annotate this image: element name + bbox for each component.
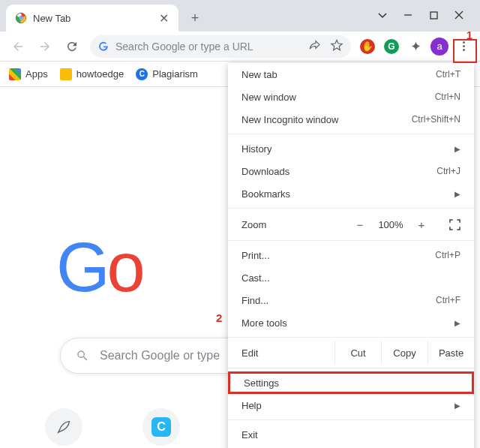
svg-rect-6	[430, 12, 437, 19]
chevron-right-icon: ▶	[454, 190, 460, 198]
omnibox[interactable]: Search Google or type a URL	[90, 35, 351, 58]
annotation-1: 1	[466, 29, 472, 41]
zoom-out-button[interactable]: −	[348, 218, 372, 231]
chevron-right-icon: ▶	[454, 319, 460, 327]
menu-cast[interactable]: Cast...	[228, 266, 474, 289]
chevron-right-icon: ▶	[454, 401, 460, 410]
chevron-right-icon: ▶	[454, 145, 460, 153]
google-g-icon	[98, 41, 110, 53]
chevron-down-icon[interactable]	[375, 8, 390, 23]
site-icon: C	[136, 68, 148, 80]
hand-icon: ✋	[360, 39, 375, 54]
menu-incognito[interactable]: New Incognito windowCtrl+Shift+N	[228, 108, 474, 131]
menu-print[interactable]: Print...Ctrl+P	[228, 244, 474, 266]
google-logo: Go	[56, 228, 142, 307]
shortcut-item[interactable]: C	[142, 408, 180, 446]
zoom-value: 100%	[372, 219, 410, 230]
fullscreen-button[interactable]	[434, 219, 460, 230]
minimize-icon[interactable]	[400, 8, 416, 23]
apps-grid-icon	[9, 68, 21, 80]
menu-downloads[interactable]: DownloadsCtrl+J	[228, 160, 474, 182]
bookmark-label: howtoedge	[76, 68, 124, 80]
menu-zoom: Zoom − 100% +	[228, 212, 474, 237]
menu-separator	[228, 208, 474, 209]
share-icon[interactable]	[308, 38, 321, 54]
titlebar: New Tab ✕ +	[0, 0, 480, 32]
svg-point-4	[20, 17, 22, 20]
bookmark-star-icon[interactable]	[330, 38, 344, 55]
bookmark-apps[interactable]: Apps	[9, 68, 48, 80]
maximize-icon[interactable]	[426, 8, 441, 23]
menu-new-window[interactable]: New windowCtrl+N	[228, 86, 474, 108]
menu-separator	[228, 337, 474, 338]
window-controls	[375, 0, 480, 23]
bookmark-label: Plagiarism	[152, 68, 198, 80]
menu-edit-row: Edit Cut Copy Paste	[228, 341, 474, 365]
bookmark-howtoedge[interactable]: howtoedge	[60, 68, 124, 80]
menu-exit[interactable]: Exit	[228, 423, 474, 446]
extensions-puzzle-icon[interactable]: ✦	[405, 36, 426, 57]
feather-icon	[56, 419, 72, 435]
menu-help[interactable]: Help▶	[228, 394, 474, 416]
browser-tab[interactable]: New Tab ✕	[6, 5, 178, 32]
edit-cut-button[interactable]: Cut	[334, 341, 381, 365]
profile-avatar[interactable]: a	[429, 36, 450, 57]
extension-grammarly[interactable]: G	[381, 36, 402, 57]
back-button[interactable]	[6, 35, 30, 59]
menu-bookmarks[interactable]: Bookmarks▶	[228, 182, 474, 205]
zoom-in-button[interactable]: +	[410, 218, 434, 231]
menu-more-tools[interactable]: More tools▶	[228, 311, 474, 334]
menu-find[interactable]: Find...Ctrl+F	[228, 289, 474, 311]
g-icon: G	[384, 39, 399, 54]
tab-close-icon[interactable]: ✕	[158, 12, 170, 24]
new-tab-button[interactable]: +	[184, 8, 206, 29]
close-icon[interactable]	[452, 8, 466, 23]
menu-new-tab[interactable]: New tabCtrl+T	[228, 63, 474, 86]
menu-separator	[228, 368, 474, 368]
annotation-2: 2	[216, 311, 222, 324]
menu-settings[interactable]: Settings	[228, 371, 474, 394]
forward-button[interactable]	[33, 35, 57, 59]
bookmark-label: Apps	[26, 68, 48, 80]
extension-ublock[interactable]: ✋	[357, 36, 378, 57]
avatar-letter: a	[430, 38, 448, 56]
edit-copy-button[interactable]: Copy	[381, 341, 428, 365]
chrome-menu: New tabCtrl+T New windowCtrl+N New Incog…	[228, 63, 474, 448]
c-icon: C	[152, 417, 171, 437]
menu-history[interactable]: History▶	[228, 137, 474, 160]
bookmark-plagiarism[interactable]: CPlagiarism	[136, 68, 198, 80]
search-icon	[76, 349, 89, 362]
menu-separator	[228, 134, 474, 134]
folder-icon	[60, 68, 72, 80]
shortcut-row: C	[45, 408, 180, 446]
shortcut-item[interactable]	[45, 408, 82, 446]
toolbar: Search Google or type a URL ✋ G ✦ a	[0, 32, 480, 62]
chrome-favicon	[15, 12, 27, 24]
omnibox-placeholder: Search Google or type a URL	[116, 41, 299, 53]
menu-separator	[228, 419, 474, 420]
reload-button[interactable]	[60, 35, 84, 59]
menu-separator	[228, 240, 474, 241]
tab-title: New Tab	[33, 13, 152, 24]
edit-paste-button[interactable]: Paste	[428, 341, 474, 365]
